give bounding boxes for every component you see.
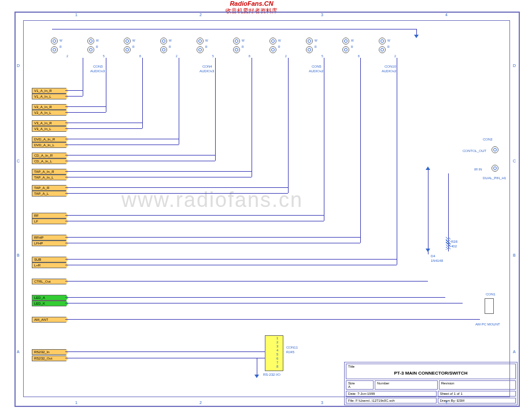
audio-connector: WR5 [86, 36, 117, 62]
dual-pin-label: DUAL_PIN_H1 [483, 176, 506, 180]
net-label: CTRL_Out [32, 279, 66, 284]
wire [65, 303, 463, 303]
audio-connector: WR5 [304, 36, 336, 62]
date-lbl: Date: [348, 392, 356, 395]
audio-connector: WR2 [268, 36, 300, 62]
net-label: CD_A_In_L [32, 158, 66, 164]
con2-label: CON2 [483, 138, 493, 141]
arrow-icon [426, 166, 430, 170]
con1-jack [485, 298, 494, 314]
wire [65, 265, 397, 265]
wire [65, 297, 445, 298]
schematic-title: PT-3 MAIN CONNECTOR/SWITCH [348, 368, 513, 378]
conn-ref: CON3 [93, 65, 103, 68]
ic-pin-num: 7 [276, 361, 278, 364]
grid-row-D: D [17, 64, 20, 68]
con1-label: CON1 [486, 292, 496, 296]
grid-col-1: 1 [75, 13, 77, 17]
wire [65, 139, 179, 139]
net-label: TAP_A_In_R [32, 169, 66, 175]
r28-val: 402 [451, 245, 457, 248]
size-val: A [348, 385, 350, 388]
sheet-lbl: Sheet [440, 392, 449, 395]
audio-connector: WR8 [122, 36, 154, 62]
drawn-val: ESM [457, 399, 464, 402]
audio-connector: WR8 [231, 36, 263, 62]
wire [65, 187, 288, 188]
wire [65, 319, 480, 320]
gnd-icon [414, 35, 419, 38]
wire [360, 58, 361, 243]
wire [324, 58, 324, 221]
net-label: CD_A_In_R [32, 153, 66, 158]
wire [142, 58, 143, 128]
wire [65, 193, 288, 194]
audio-connector: WR2 [49, 36, 81, 62]
ir-in-label: IR IN [474, 168, 482, 171]
wire [65, 358, 266, 358]
sheet-of: of [450, 392, 453, 395]
grid-col-3: 3 [321, 13, 323, 17]
grid-col-4: 4 [445, 13, 448, 17]
conn-ref: CON5 [312, 65, 322, 68]
wire [65, 237, 360, 238]
drawn-lbl: Drawn By: [440, 399, 456, 402]
wire [65, 123, 142, 123]
header-title: RadioFans.CN [226, 0, 278, 7]
grid-col-2: 2 [200, 13, 202, 17]
net-label: LF [32, 219, 66, 224]
title-lbl: Title [348, 365, 354, 368]
ic-pin-num: 1 [276, 336, 278, 340]
audio-connector: WR2 [377, 36, 409, 62]
wire [65, 161, 215, 161]
diode-icon [426, 249, 430, 252]
rs232io-label: RS-232 I/O [263, 373, 280, 376]
wire [65, 221, 324, 221]
gnd-icon [254, 375, 259, 378]
wire [65, 96, 83, 97]
conn-name: AUDIOx3 [200, 69, 214, 73]
ic-pin-num: 8 [276, 365, 278, 368]
wire [428, 168, 428, 254]
wire [65, 106, 106, 107]
wire [65, 215, 324, 216]
wire [288, 58, 289, 193]
file-val: F:\Users\..\12719c0C.sch [356, 399, 395, 402]
grid-row-C: C [17, 159, 20, 163]
grid-row-Br: B [513, 253, 516, 257]
wire [65, 90, 83, 91]
net-label: AM_ANT [32, 317, 66, 323]
net-label: RS232_In [32, 349, 66, 355]
wire [179, 58, 179, 145]
audio-connector: WR2 [158, 36, 190, 62]
net-label: V2_A_In_L [32, 110, 66, 116]
wire [65, 128, 142, 129]
net-label: RS232_Out [32, 356, 66, 361]
r28-ref: R28 [451, 240, 457, 243]
grid-row-Dr: D [513, 64, 516, 68]
wire [65, 177, 252, 177]
rj45-ic [265, 335, 283, 371]
wire [252, 58, 252, 177]
net-label: V1_A_In_L [32, 94, 66, 99]
audio-connector: WR5 [195, 36, 227, 62]
net-label: RF [32, 213, 66, 219]
ic-pin-num: 6 [276, 357, 278, 360]
ic-pin-num: 5 [276, 353, 278, 356]
ic-pin-num: 2 [276, 340, 278, 344]
conn-ref: CON4 [202, 65, 212, 68]
wire [65, 171, 252, 172]
d4-ref: D4 [431, 254, 435, 258]
wire [52, 29, 416, 29]
conn-name: AUDIOx2 [382, 69, 396, 73]
net-label: TAP_A_In_L [32, 175, 66, 180]
ir-jack [492, 162, 523, 188]
sheet-val: 1 of 1 [454, 392, 463, 395]
net-label: TAP_A_R [32, 185, 66, 191]
file-lbl: File: [348, 399, 354, 402]
net-label: V3_A_In_R [32, 120, 66, 126]
wire [257, 358, 257, 375]
ic-pin-num: 4 [276, 349, 278, 352]
net-label: L+R [32, 262, 66, 268]
wire [65, 112, 106, 113]
